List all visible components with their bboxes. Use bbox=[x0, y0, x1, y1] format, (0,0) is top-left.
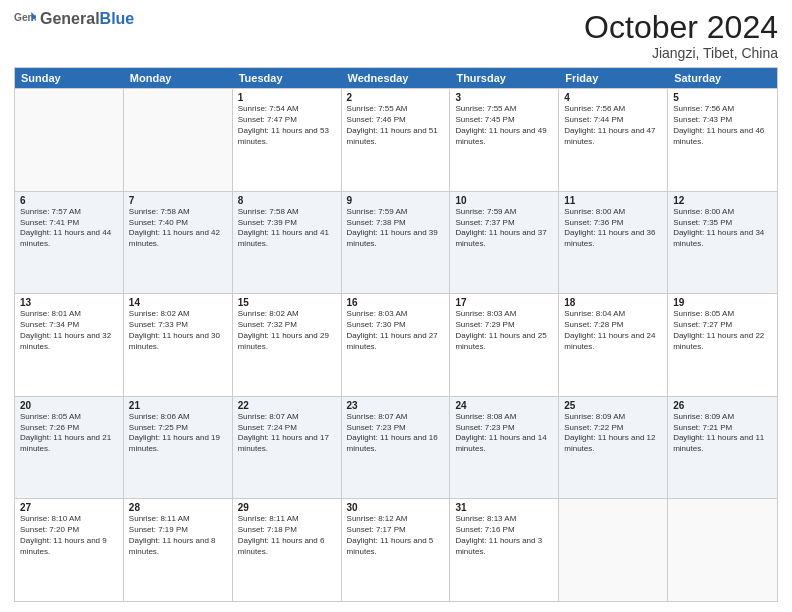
day-info: Sunrise: 8:11 AM Sunset: 7:18 PM Dayligh… bbox=[238, 514, 336, 557]
day-number: 23 bbox=[347, 400, 445, 411]
logo-icon: General bbox=[14, 10, 36, 28]
day-info: Sunrise: 7:54 AM Sunset: 7:47 PM Dayligh… bbox=[238, 104, 336, 147]
day-cell-19: 19Sunrise: 8:05 AM Sunset: 7:27 PM Dayli… bbox=[668, 294, 777, 396]
day-number: 25 bbox=[564, 400, 662, 411]
day-number: 28 bbox=[129, 502, 227, 513]
day-info: Sunrise: 8:11 AM Sunset: 7:19 PM Dayligh… bbox=[129, 514, 227, 557]
day-cell-6: 6Sunrise: 7:57 AM Sunset: 7:41 PM Daylig… bbox=[15, 192, 124, 294]
day-cell-2: 2Sunrise: 7:55 AM Sunset: 7:46 PM Daylig… bbox=[342, 89, 451, 191]
day-info: Sunrise: 7:55 AM Sunset: 7:46 PM Dayligh… bbox=[347, 104, 445, 147]
day-cell-25: 25Sunrise: 8:09 AM Sunset: 7:22 PM Dayli… bbox=[559, 397, 668, 499]
day-number: 20 bbox=[20, 400, 118, 411]
day-info: Sunrise: 8:00 AM Sunset: 7:36 PM Dayligh… bbox=[564, 207, 662, 250]
calendar-week-1: 1Sunrise: 7:54 AM Sunset: 7:47 PM Daylig… bbox=[15, 88, 777, 191]
day-number: 18 bbox=[564, 297, 662, 308]
day-cell-1: 1Sunrise: 7:54 AM Sunset: 7:47 PM Daylig… bbox=[233, 89, 342, 191]
day-cell-10: 10Sunrise: 7:59 AM Sunset: 7:37 PM Dayli… bbox=[450, 192, 559, 294]
calendar-week-3: 13Sunrise: 8:01 AM Sunset: 7:34 PM Dayli… bbox=[15, 293, 777, 396]
day-number: 3 bbox=[455, 92, 553, 103]
day-number: 26 bbox=[673, 400, 772, 411]
day-cell-5: 5Sunrise: 7:56 AM Sunset: 7:43 PM Daylig… bbox=[668, 89, 777, 191]
day-info: Sunrise: 7:58 AM Sunset: 7:40 PM Dayligh… bbox=[129, 207, 227, 250]
day-cell-17: 17Sunrise: 8:03 AM Sunset: 7:29 PM Dayli… bbox=[450, 294, 559, 396]
day-info: Sunrise: 8:03 AM Sunset: 7:30 PM Dayligh… bbox=[347, 309, 445, 352]
day-info: Sunrise: 8:06 AM Sunset: 7:25 PM Dayligh… bbox=[129, 412, 227, 455]
day-info: Sunrise: 8:05 AM Sunset: 7:27 PM Dayligh… bbox=[673, 309, 772, 352]
calendar-body: 1Sunrise: 7:54 AM Sunset: 7:47 PM Daylig… bbox=[15, 88, 777, 601]
day-number: 4 bbox=[564, 92, 662, 103]
day-info: Sunrise: 8:04 AM Sunset: 7:28 PM Dayligh… bbox=[564, 309, 662, 352]
day-cell-12: 12Sunrise: 8:00 AM Sunset: 7:35 PM Dayli… bbox=[668, 192, 777, 294]
day-cell-20: 20Sunrise: 8:05 AM Sunset: 7:26 PM Dayli… bbox=[15, 397, 124, 499]
day-number: 9 bbox=[347, 195, 445, 206]
empty-cell bbox=[668, 499, 777, 601]
day-info: Sunrise: 8:00 AM Sunset: 7:35 PM Dayligh… bbox=[673, 207, 772, 250]
calendar-week-2: 6Sunrise: 7:57 AM Sunset: 7:41 PM Daylig… bbox=[15, 191, 777, 294]
day-number: 8 bbox=[238, 195, 336, 206]
day-cell-15: 15Sunrise: 8:02 AM Sunset: 7:32 PM Dayli… bbox=[233, 294, 342, 396]
day-number: 27 bbox=[20, 502, 118, 513]
day-cell-9: 9Sunrise: 7:59 AM Sunset: 7:38 PM Daylig… bbox=[342, 192, 451, 294]
calendar-header: SundayMondayTuesdayWednesdayThursdayFrid… bbox=[15, 68, 777, 88]
header-day-saturday: Saturday bbox=[668, 68, 777, 88]
day-number: 29 bbox=[238, 502, 336, 513]
day-number: 1 bbox=[238, 92, 336, 103]
day-number: 15 bbox=[238, 297, 336, 308]
day-cell-3: 3Sunrise: 7:55 AM Sunset: 7:45 PM Daylig… bbox=[450, 89, 559, 191]
day-number: 13 bbox=[20, 297, 118, 308]
day-info: Sunrise: 7:59 AM Sunset: 7:38 PM Dayligh… bbox=[347, 207, 445, 250]
day-cell-30: 30Sunrise: 8:12 AM Sunset: 7:17 PM Dayli… bbox=[342, 499, 451, 601]
day-number: 30 bbox=[347, 502, 445, 513]
day-info: Sunrise: 8:02 AM Sunset: 7:33 PM Dayligh… bbox=[129, 309, 227, 352]
page-header: General GeneralBlue October 2024 Jiangzi… bbox=[14, 10, 778, 61]
day-cell-28: 28Sunrise: 8:11 AM Sunset: 7:19 PM Dayli… bbox=[124, 499, 233, 601]
empty-cell bbox=[559, 499, 668, 601]
logo: General GeneralBlue bbox=[14, 10, 134, 28]
day-cell-16: 16Sunrise: 8:03 AM Sunset: 7:30 PM Dayli… bbox=[342, 294, 451, 396]
day-cell-31: 31Sunrise: 8:13 AM Sunset: 7:16 PM Dayli… bbox=[450, 499, 559, 601]
day-info: Sunrise: 8:09 AM Sunset: 7:22 PM Dayligh… bbox=[564, 412, 662, 455]
day-cell-18: 18Sunrise: 8:04 AM Sunset: 7:28 PM Dayli… bbox=[559, 294, 668, 396]
day-number: 22 bbox=[238, 400, 336, 411]
header-day-sunday: Sunday bbox=[15, 68, 124, 88]
header-day-wednesday: Wednesday bbox=[342, 68, 451, 88]
header-day-tuesday: Tuesday bbox=[233, 68, 342, 88]
day-number: 19 bbox=[673, 297, 772, 308]
day-info: Sunrise: 7:56 AM Sunset: 7:44 PM Dayligh… bbox=[564, 104, 662, 147]
day-cell-8: 8Sunrise: 7:58 AM Sunset: 7:39 PM Daylig… bbox=[233, 192, 342, 294]
day-info: Sunrise: 7:57 AM Sunset: 7:41 PM Dayligh… bbox=[20, 207, 118, 250]
day-info: Sunrise: 8:07 AM Sunset: 7:24 PM Dayligh… bbox=[238, 412, 336, 455]
day-info: Sunrise: 7:55 AM Sunset: 7:45 PM Dayligh… bbox=[455, 104, 553, 147]
day-cell-4: 4Sunrise: 7:56 AM Sunset: 7:44 PM Daylig… bbox=[559, 89, 668, 191]
calendar: SundayMondayTuesdayWednesdayThursdayFrid… bbox=[14, 67, 778, 602]
empty-cell bbox=[124, 89, 233, 191]
day-number: 17 bbox=[455, 297, 553, 308]
location-title: Jiangzi, Tibet, China bbox=[584, 45, 778, 61]
day-number: 7 bbox=[129, 195, 227, 206]
day-info: Sunrise: 8:09 AM Sunset: 7:21 PM Dayligh… bbox=[673, 412, 772, 455]
day-info: Sunrise: 7:56 AM Sunset: 7:43 PM Dayligh… bbox=[673, 104, 772, 147]
day-info: Sunrise: 8:08 AM Sunset: 7:23 PM Dayligh… bbox=[455, 412, 553, 455]
day-cell-7: 7Sunrise: 7:58 AM Sunset: 7:40 PM Daylig… bbox=[124, 192, 233, 294]
day-number: 5 bbox=[673, 92, 772, 103]
day-info: Sunrise: 8:05 AM Sunset: 7:26 PM Dayligh… bbox=[20, 412, 118, 455]
day-cell-29: 29Sunrise: 8:11 AM Sunset: 7:18 PM Dayli… bbox=[233, 499, 342, 601]
day-number: 6 bbox=[20, 195, 118, 206]
day-cell-14: 14Sunrise: 8:02 AM Sunset: 7:33 PM Dayli… bbox=[124, 294, 233, 396]
month-title: October 2024 bbox=[584, 10, 778, 45]
day-cell-11: 11Sunrise: 8:00 AM Sunset: 7:36 PM Dayli… bbox=[559, 192, 668, 294]
day-number: 21 bbox=[129, 400, 227, 411]
day-info: Sunrise: 7:59 AM Sunset: 7:37 PM Dayligh… bbox=[455, 207, 553, 250]
day-number: 31 bbox=[455, 502, 553, 513]
day-cell-13: 13Sunrise: 8:01 AM Sunset: 7:34 PM Dayli… bbox=[15, 294, 124, 396]
day-cell-23: 23Sunrise: 8:07 AM Sunset: 7:23 PM Dayli… bbox=[342, 397, 451, 499]
day-info: Sunrise: 8:07 AM Sunset: 7:23 PM Dayligh… bbox=[347, 412, 445, 455]
day-number: 11 bbox=[564, 195, 662, 206]
day-cell-27: 27Sunrise: 8:10 AM Sunset: 7:20 PM Dayli… bbox=[15, 499, 124, 601]
day-info: Sunrise: 8:03 AM Sunset: 7:29 PM Dayligh… bbox=[455, 309, 553, 352]
day-cell-22: 22Sunrise: 8:07 AM Sunset: 7:24 PM Dayli… bbox=[233, 397, 342, 499]
calendar-week-4: 20Sunrise: 8:05 AM Sunset: 7:26 PM Dayli… bbox=[15, 396, 777, 499]
day-cell-24: 24Sunrise: 8:08 AM Sunset: 7:23 PM Dayli… bbox=[450, 397, 559, 499]
day-number: 10 bbox=[455, 195, 553, 206]
day-info: Sunrise: 8:12 AM Sunset: 7:17 PM Dayligh… bbox=[347, 514, 445, 557]
